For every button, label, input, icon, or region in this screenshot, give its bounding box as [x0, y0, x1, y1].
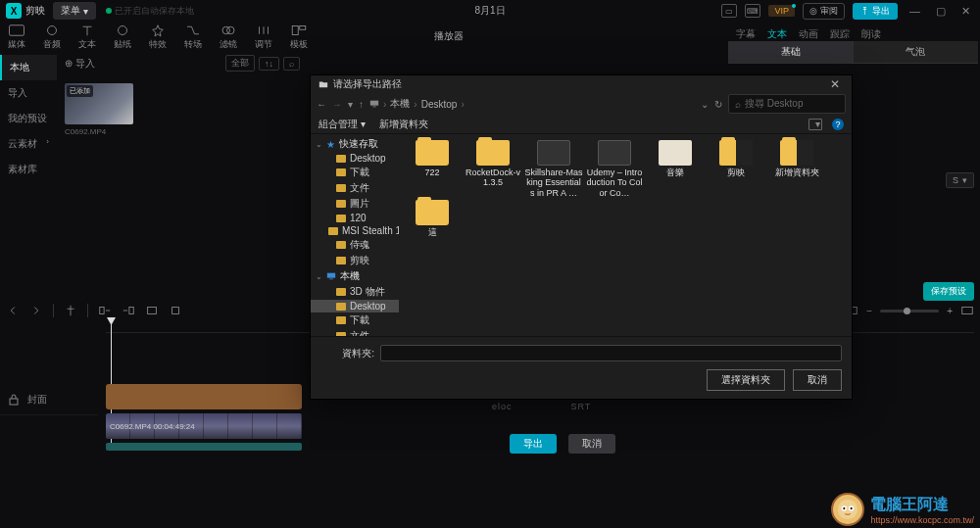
- module-template[interactable]: 模板: [290, 22, 308, 51]
- prop-tab-track[interactable]: 跟踪: [830, 27, 850, 41]
- prop-tab-text[interactable]: 文本: [767, 27, 787, 41]
- folder-item[interactable]: Skillshare-Masking Essentials in PR A …: [524, 140, 583, 198]
- organize-button[interactable]: 組合管理▾: [318, 118, 366, 131]
- crumb-dropdown-icon[interactable]: ⌄: [701, 99, 709, 110]
- chevron-right-icon: ›: [46, 137, 49, 146]
- export-cancel-button[interactable]: 取消: [568, 434, 615, 454]
- tree-item[interactable]: 文件: [311, 180, 399, 196]
- shortcut-icon[interactable]: ⌨: [745, 4, 760, 18]
- tree-item[interactable]: Desktop: [311, 300, 399, 312]
- prop-tab-anim[interactable]: 动画: [799, 27, 818, 41]
- nav-recent-button[interactable]: ▾: [348, 99, 353, 110]
- folder-tree[interactable]: ⌄★快速存取Desktop下載文件圖片120MSI Stealth 14 Stu…: [311, 134, 399, 336]
- menu-button[interactable]: 菜单 ▾: [53, 2, 96, 20]
- lock-icon[interactable]: [8, 394, 20, 406]
- refresh-button[interactable]: ↻: [714, 99, 722, 110]
- minimize-button[interactable]: —: [906, 5, 924, 17]
- folder-item[interactable]: 新增資料夾: [767, 140, 826, 198]
- layout-icon[interactable]: ▭: [721, 4, 737, 18]
- tree-item[interactable]: 下載: [311, 165, 399, 180]
- tree-item[interactable]: 圖片: [311, 196, 399, 212]
- module-audio[interactable]: 音频: [43, 22, 61, 51]
- folder-icon: [416, 140, 449, 166]
- review-button[interactable]: ◎审阅: [803, 3, 845, 20]
- subtab-bubble[interactable]: 气泡: [854, 41, 979, 64]
- select-folder-button[interactable]: 選擇資料夾: [707, 369, 785, 391]
- redo-icon[interactable]: [29, 304, 43, 317]
- sidebar-local[interactable]: 本地: [0, 55, 57, 80]
- video-strip[interactable]: C0692.MP4 00:04:49:24: [106, 413, 302, 439]
- subtitle-strip[interactable]: [106, 384, 302, 409]
- sidebar-preset[interactable]: 我的预设: [0, 106, 57, 131]
- search-input[interactable]: ⌕ 搜尋 Desktop: [728, 94, 846, 114]
- zoom-in-icon[interactable]: +: [947, 306, 953, 316]
- sidebar-stock[interactable]: 素材库: [0, 157, 57, 182]
- export-button[interactable]: ⭱导出: [853, 3, 898, 20]
- tree-item[interactable]: ⌄本機: [311, 268, 399, 284]
- sidebar-cloud[interactable]: 云素材›: [0, 131, 57, 157]
- nav-up-button[interactable]: ↑: [359, 99, 364, 110]
- tree-item[interactable]: 120: [311, 212, 399, 224]
- close-button[interactable]: ✕: [957, 5, 974, 18]
- help-button[interactable]: ?: [832, 119, 844, 130]
- folder-item[interactable]: RocketDock-v1.3.5: [464, 140, 522, 198]
- nav-forward-button[interactable]: →: [332, 99, 342, 110]
- prop-tab-subtitle[interactable]: 字幕: [736, 27, 756, 41]
- search-icon[interactable]: ⌕: [283, 57, 300, 71]
- folder-item[interactable]: 音樂: [646, 140, 705, 198]
- module-filter[interactable]: 滤镜: [220, 22, 237, 51]
- cut-left-icon[interactable]: [98, 304, 112, 317]
- tree-item[interactable]: 文件: [311, 328, 399, 336]
- folder-grid[interactable]: 722RocketDock-v1.3.5Skillshare-Masking E…: [399, 134, 852, 336]
- fit-icon[interactable]: [960, 304, 974, 317]
- newfolder-button[interactable]: 新增資料夾: [379, 118, 428, 131]
- folder-item[interactable]: 722: [403, 140, 462, 198]
- tree-item[interactable]: 侍魂: [311, 237, 399, 253]
- media-clip[interactable]: 已添加 C0692.MP4: [65, 83, 133, 136]
- vip-badge[interactable]: VIP: [768, 5, 795, 17]
- tree-item[interactable]: 下載: [311, 312, 399, 328]
- filter-sort[interactable]: 全部: [225, 55, 255, 72]
- module-sticker[interactable]: 贴纸: [114, 22, 131, 51]
- tree-item[interactable]: MSI Stealth 14 Studio: [311, 224, 399, 237]
- view-mode-button[interactable]: ▾: [808, 119, 822, 130]
- folder-path-input[interactable]: [380, 345, 842, 361]
- nav-back-button[interactable]: ←: [317, 99, 326, 110]
- project-title[interactable]: 8月1日: [474, 4, 505, 18]
- cut-right-icon[interactable]: [122, 304, 135, 317]
- crumb-item[interactable]: 本機: [390, 97, 410, 111]
- maximize-button[interactable]: ▢: [932, 5, 950, 18]
- tree-item[interactable]: 剪映: [311, 253, 399, 268]
- module-effects[interactable]: 特效: [149, 22, 167, 51]
- crumb-item[interactable]: Desktop: [421, 99, 458, 110]
- module-media[interactable]: 媒体: [8, 22, 25, 51]
- track-header-cover[interactable]: 封面: [0, 384, 98, 415]
- tree-item[interactable]: Desktop: [311, 152, 399, 165]
- subtab-basic[interactable]: 基础: [728, 41, 854, 64]
- breadcrumb[interactable]: › 本機 › Desktop ›: [369, 97, 695, 111]
- tree-item[interactable]: 3D 物件: [311, 284, 399, 300]
- import-button[interactable]: ⊕导入: [65, 57, 95, 71]
- folder-item[interactable]: 剪映: [707, 140, 765, 198]
- cancel-button[interactable]: 取消: [793, 369, 842, 391]
- undo-icon[interactable]: [6, 304, 20, 317]
- zoom-slider[interactable]: [880, 310, 939, 312]
- dialog-close-button[interactable]: ✕: [826, 77, 844, 91]
- style-chip[interactable]: S▾: [946, 172, 974, 188]
- tree-item[interactable]: ⌄★快速存取: [311, 136, 399, 152]
- save-preset-button[interactable]: 保存预设: [923, 282, 974, 301]
- split-icon[interactable]: [64, 304, 77, 317]
- folder-item[interactable]: Udemy – Introduction To Color Co…: [585, 140, 644, 198]
- delete-icon[interactable]: [145, 304, 159, 317]
- module-adjust[interactable]: 调节: [255, 22, 272, 51]
- export-confirm-button[interactable]: 导出: [510, 434, 557, 454]
- folder-item[interactable]: 這: [403, 200, 462, 237]
- module-text[interactable]: 文本: [78, 22, 96, 51]
- sidebar-import[interactable]: 导入: [0, 80, 57, 106]
- audio-strip[interactable]: [106, 443, 302, 451]
- prop-tab-read[interactable]: 朗读: [861, 27, 881, 41]
- sort-direction-icon[interactable]: ↑↓: [259, 57, 279, 71]
- zoom-out-icon[interactable]: −: [866, 306, 872, 316]
- module-transition[interactable]: 转场: [184, 22, 202, 51]
- freeze-icon[interactable]: [169, 304, 182, 317]
